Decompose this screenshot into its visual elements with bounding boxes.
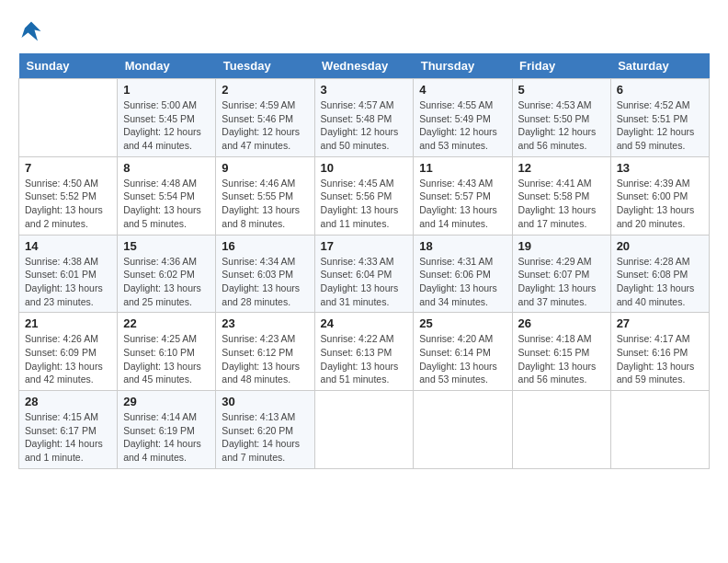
day-number: 11 bbox=[419, 161, 506, 175]
day-number: 1 bbox=[123, 83, 210, 97]
day-info: Sunrise: 4:45 AM Sunset: 5:56 PM Dayligh… bbox=[321, 177, 408, 231]
day-number: 12 bbox=[518, 161, 605, 175]
day-number: 22 bbox=[123, 316, 210, 330]
day-number: 30 bbox=[222, 395, 308, 408]
calendar-cell: 7Sunrise: 4:50 AM Sunset: 5:52 PM Daylig… bbox=[19, 156, 118, 235]
calendar-week: 14Sunrise: 4:38 AM Sunset: 6:01 PM Dayli… bbox=[19, 235, 710, 313]
day-number: 24 bbox=[321, 316, 408, 330]
calendar-week: 7Sunrise: 4:50 AM Sunset: 5:52 PM Daylig… bbox=[19, 156, 710, 235]
calendar-cell: 2Sunrise: 4:59 AM Sunset: 5:46 PM Daylig… bbox=[216, 79, 314, 157]
day-number: 27 bbox=[617, 316, 703, 330]
calendar-week: 21Sunrise: 4:26 AM Sunset: 6:09 PM Dayli… bbox=[19, 313, 710, 391]
header-day: Saturday bbox=[610, 53, 709, 79]
calendar-cell: 4Sunrise: 4:55 AM Sunset: 5:49 PM Daylig… bbox=[414, 79, 512, 157]
day-number: 21 bbox=[25, 316, 111, 330]
calendar-cell: 14Sunrise: 4:38 AM Sunset: 6:01 PM Dayli… bbox=[19, 235, 118, 313]
day-info: Sunrise: 4:22 AM Sunset: 6:13 PM Dayligh… bbox=[321, 332, 408, 386]
day-info: Sunrise: 4:59 AM Sunset: 5:46 PM Dayligh… bbox=[222, 98, 308, 153]
day-number: 16 bbox=[222, 239, 308, 253]
day-info: Sunrise: 4:36 AM Sunset: 6:02 PM Dayligh… bbox=[123, 255, 210, 309]
calendar-cell: 15Sunrise: 4:36 AM Sunset: 6:02 PM Dayli… bbox=[118, 235, 216, 313]
calendar-cell: 3Sunrise: 4:57 AM Sunset: 5:48 PM Daylig… bbox=[314, 79, 414, 157]
header-day: Sunday bbox=[19, 53, 118, 79]
calendar-cell: 27Sunrise: 4:17 AM Sunset: 6:16 PM Dayli… bbox=[610, 313, 709, 391]
header-row: SundayMondayTuesdayWednesdayThursdayFrid… bbox=[19, 53, 710, 79]
day-number: 13 bbox=[617, 161, 703, 175]
day-number: 29 bbox=[123, 395, 210, 408]
calendar-cell: 10Sunrise: 4:45 AM Sunset: 5:56 PM Dayli… bbox=[314, 156, 414, 235]
calendar-cell: 13Sunrise: 4:39 AM Sunset: 6:00 PM Dayli… bbox=[610, 156, 709, 235]
page-header bbox=[18, 18, 710, 44]
calendar-cell: 28Sunrise: 4:15 AM Sunset: 6:17 PM Dayli… bbox=[19, 391, 118, 469]
day-info: Sunrise: 4:23 AM Sunset: 6:12 PM Dayligh… bbox=[222, 332, 308, 386]
day-info: Sunrise: 4:38 AM Sunset: 6:01 PM Dayligh… bbox=[25, 255, 111, 309]
calendar-cell bbox=[414, 391, 512, 469]
calendar-cell: 6Sunrise: 4:52 AM Sunset: 5:51 PM Daylig… bbox=[610, 79, 709, 157]
day-number: 23 bbox=[222, 316, 308, 330]
day-info: Sunrise: 4:20 AM Sunset: 6:14 PM Dayligh… bbox=[419, 332, 506, 386]
day-number: 26 bbox=[518, 316, 605, 330]
day-info: Sunrise: 4:39 AM Sunset: 6:00 PM Dayligh… bbox=[617, 177, 703, 231]
logo bbox=[18, 18, 48, 44]
day-info: Sunrise: 4:15 AM Sunset: 6:17 PM Dayligh… bbox=[25, 410, 111, 465]
calendar-cell: 23Sunrise: 4:23 AM Sunset: 6:12 PM Dayli… bbox=[216, 313, 314, 391]
day-info: Sunrise: 4:13 AM Sunset: 6:20 PM Dayligh… bbox=[222, 410, 308, 465]
calendar-cell: 11Sunrise: 4:43 AM Sunset: 5:57 PM Dayli… bbox=[414, 156, 512, 235]
day-number: 8 bbox=[123, 161, 210, 175]
day-number: 28 bbox=[25, 395, 111, 408]
calendar-cell bbox=[19, 79, 118, 157]
calendar-cell: 9Sunrise: 4:46 AM Sunset: 5:55 PM Daylig… bbox=[216, 156, 314, 235]
day-info: Sunrise: 4:28 AM Sunset: 6:08 PM Dayligh… bbox=[617, 255, 703, 309]
calendar-cell bbox=[314, 391, 414, 469]
calendar-cell bbox=[512, 391, 610, 469]
calendar-table: SundayMondayTuesdayWednesdayThursdayFrid… bbox=[18, 53, 710, 469]
calendar-cell: 16Sunrise: 4:34 AM Sunset: 6:03 PM Dayli… bbox=[216, 235, 314, 313]
calendar-week: 28Sunrise: 4:15 AM Sunset: 6:17 PM Dayli… bbox=[19, 391, 710, 469]
day-info: Sunrise: 4:48 AM Sunset: 5:54 PM Dayligh… bbox=[123, 177, 210, 231]
calendar-cell: 30Sunrise: 4:13 AM Sunset: 6:20 PM Dayli… bbox=[216, 391, 314, 469]
day-info: Sunrise: 4:26 AM Sunset: 6:09 PM Dayligh… bbox=[25, 332, 111, 386]
day-number: 10 bbox=[321, 161, 408, 175]
day-info: Sunrise: 4:55 AM Sunset: 5:49 PM Dayligh… bbox=[419, 98, 506, 153]
day-info: Sunrise: 4:53 AM Sunset: 5:50 PM Dayligh… bbox=[518, 98, 605, 153]
day-number: 19 bbox=[518, 239, 605, 253]
day-info: Sunrise: 4:57 AM Sunset: 5:48 PM Dayligh… bbox=[321, 98, 408, 153]
calendar-cell: 12Sunrise: 4:41 AM Sunset: 5:58 PM Dayli… bbox=[512, 156, 610, 235]
calendar-body: 1Sunrise: 5:00 AM Sunset: 5:45 PM Daylig… bbox=[19, 79, 710, 469]
header-day: Wednesday bbox=[314, 53, 414, 79]
logo-icon bbox=[18, 18, 44, 44]
day-info: Sunrise: 4:17 AM Sunset: 6:16 PM Dayligh… bbox=[617, 332, 703, 386]
calendar-cell: 19Sunrise: 4:29 AM Sunset: 6:07 PM Dayli… bbox=[512, 235, 610, 313]
day-info: Sunrise: 4:34 AM Sunset: 6:03 PM Dayligh… bbox=[222, 255, 308, 309]
day-number: 2 bbox=[222, 83, 308, 97]
calendar-cell: 22Sunrise: 4:25 AM Sunset: 6:10 PM Dayli… bbox=[118, 313, 216, 391]
calendar-cell: 1Sunrise: 5:00 AM Sunset: 5:45 PM Daylig… bbox=[118, 79, 216, 157]
day-info: Sunrise: 4:33 AM Sunset: 6:04 PM Dayligh… bbox=[321, 255, 408, 309]
day-number: 4 bbox=[419, 83, 506, 97]
calendar-cell bbox=[610, 391, 709, 469]
calendar-cell: 25Sunrise: 4:20 AM Sunset: 6:14 PM Dayli… bbox=[414, 313, 512, 391]
day-info: Sunrise: 4:50 AM Sunset: 5:52 PM Dayligh… bbox=[25, 177, 111, 231]
header-day: Thursday bbox=[414, 53, 512, 79]
calendar-cell: 18Sunrise: 4:31 AM Sunset: 6:06 PM Dayli… bbox=[414, 235, 512, 313]
day-number: 20 bbox=[617, 239, 703, 253]
day-number: 15 bbox=[123, 239, 210, 253]
day-info: Sunrise: 4:18 AM Sunset: 6:15 PM Dayligh… bbox=[518, 332, 605, 386]
calendar-header: SundayMondayTuesdayWednesdayThursdayFrid… bbox=[19, 53, 710, 79]
day-number: 3 bbox=[321, 83, 408, 97]
calendar-cell: 26Sunrise: 4:18 AM Sunset: 6:15 PM Dayli… bbox=[512, 313, 610, 391]
header-day: Tuesday bbox=[216, 53, 314, 79]
day-info: Sunrise: 4:46 AM Sunset: 5:55 PM Dayligh… bbox=[222, 177, 308, 231]
day-info: Sunrise: 4:25 AM Sunset: 6:10 PM Dayligh… bbox=[123, 332, 210, 386]
day-info: Sunrise: 4:43 AM Sunset: 5:57 PM Dayligh… bbox=[419, 177, 506, 231]
svg-marker-0 bbox=[22, 22, 41, 41]
day-info: Sunrise: 4:29 AM Sunset: 6:07 PM Dayligh… bbox=[518, 255, 605, 309]
calendar-cell: 17Sunrise: 4:33 AM Sunset: 6:04 PM Dayli… bbox=[314, 235, 414, 313]
day-number: 6 bbox=[617, 83, 703, 97]
calendar-cell: 29Sunrise: 4:14 AM Sunset: 6:19 PM Dayli… bbox=[118, 391, 216, 469]
day-number: 7 bbox=[25, 161, 111, 175]
calendar-cell: 5Sunrise: 4:53 AM Sunset: 5:50 PM Daylig… bbox=[512, 79, 610, 157]
day-number: 18 bbox=[419, 239, 506, 253]
day-info: Sunrise: 4:41 AM Sunset: 5:58 PM Dayligh… bbox=[518, 177, 605, 231]
calendar-cell: 24Sunrise: 4:22 AM Sunset: 6:13 PM Dayli… bbox=[314, 313, 414, 391]
